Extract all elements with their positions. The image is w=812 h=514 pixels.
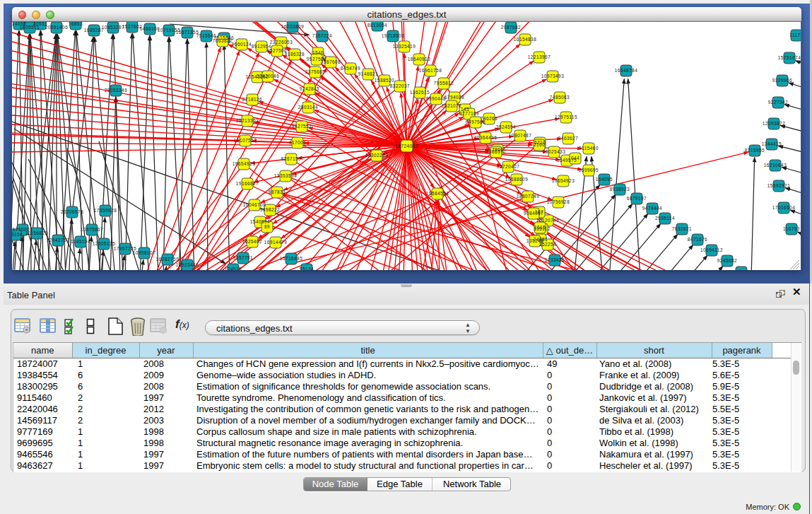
svg-text:8813054: 8813054 (367, 23, 387, 28)
svg-text:16210643: 16210643 (764, 163, 787, 168)
svg-text:3824554: 3824554 (496, 124, 516, 129)
svg-text:1145194: 1145194 (71, 239, 90, 244)
svg-text:23226053: 23226053 (270, 40, 293, 45)
svg-text:2935114: 2935114 (655, 216, 675, 221)
svg-text:7632621: 7632621 (672, 226, 692, 231)
svg-text:1540994: 1540994 (250, 219, 270, 224)
svg-text:10973493: 10973493 (541, 74, 564, 78)
svg-text:16914479: 16914479 (264, 240, 287, 245)
svg-text:124578: 124578 (225, 267, 242, 270)
svg-text:8427552: 8427552 (292, 124, 312, 129)
svg-text:16782759: 16782759 (156, 257, 179, 262)
svg-text:18640910: 18640910 (408, 57, 430, 62)
svg-text:2087682: 2087682 (501, 25, 521, 30)
svg-text:1621072: 1621072 (442, 103, 461, 108)
svg-text:12505135: 12505135 (93, 241, 115, 246)
svg-text:9084067: 9084067 (524, 211, 543, 216)
svg-text:16961758: 16961758 (419, 68, 442, 73)
svg-text:10654112: 10654112 (700, 247, 723, 252)
svg-text:10958107: 10958107 (133, 250, 155, 255)
svg-text:7955812: 7955812 (434, 81, 454, 86)
svg-text:7663822: 7663822 (213, 38, 233, 43)
svg-text:8938923: 8938923 (610, 187, 630, 192)
svg-text:12923446: 12923446 (176, 262, 199, 267)
svg-text:1733426: 1733426 (545, 257, 565, 262)
svg-text:6699695: 6699695 (579, 168, 599, 173)
svg-text:8186328: 8186328 (285, 52, 305, 57)
svg-text:16671355: 16671355 (176, 30, 199, 35)
svg-text:17016504: 17016504 (772, 205, 795, 210)
svg-text:10756928: 10756928 (547, 199, 570, 204)
svg-text:20364436: 20364436 (474, 135, 497, 140)
svg-text:18807249: 18807249 (517, 194, 539, 199)
svg-text:9777169: 9777169 (459, 111, 479, 116)
svg-text:6794028: 6794028 (445, 95, 464, 100)
svg-text:9660124: 9660124 (232, 42, 252, 47)
svg-text:16120746: 16120746 (536, 218, 559, 223)
svg-text:8454749: 8454749 (341, 66, 360, 71)
svg-text:16033809: 16033809 (281, 24, 304, 29)
svg-text:10807487: 10807487 (509, 133, 531, 138)
svg-text:7625402: 7625402 (242, 239, 262, 244)
svg-text:9498222: 9498222 (260, 207, 280, 212)
svg-text:13353594: 13353594 (274, 173, 297, 178)
svg-text:12093872: 12093872 (763, 121, 785, 126)
svg-text:887833: 887833 (269, 189, 286, 194)
svg-text:22420046: 22420046 (257, 74, 279, 78)
svg-text:8322037: 8322037 (390, 83, 410, 88)
svg-text:417006: 417006 (289, 140, 306, 145)
svg-text:18724007: 18724007 (395, 144, 418, 148)
svg-text:12213967: 12213967 (528, 54, 551, 59)
svg-text:19218506: 19218506 (382, 33, 404, 38)
svg-text:9227342: 9227342 (768, 100, 788, 105)
svg-text:3375685: 3375685 (305, 69, 325, 74)
svg-text:15720407: 15720407 (497, 164, 519, 169)
svg-text:12975115: 12975115 (555, 115, 577, 119)
svg-text:2718126: 2718126 (242, 97, 262, 102)
svg-text:95124: 95124 (300, 267, 314, 270)
svg-text:7986372: 7986372 (486, 149, 506, 154)
svg-text:9329966: 9329966 (772, 78, 792, 83)
svg-text:15302273: 15302273 (365, 153, 388, 158)
svg-text:1362615: 1362615 (410, 90, 430, 95)
svg-text:12942757: 12942757 (47, 238, 69, 243)
svg-text:19654923: 19654923 (552, 178, 575, 183)
svg-text:20691406: 20691406 (45, 25, 68, 30)
svg-text:9115460: 9115460 (579, 146, 599, 151)
svg-text:16107552: 16107552 (234, 138, 257, 143)
svg-text:16648784: 16648784 (615, 68, 637, 73)
svg-text:2160: 2160 (534, 142, 545, 147)
svg-text:2803144: 2803144 (298, 105, 318, 110)
svg-text:164095: 164095 (596, 177, 613, 182)
svg-text:15751074: 15751074 (778, 55, 801, 60)
svg-text:10688609: 10688609 (505, 177, 528, 182)
svg-text:9474444: 9474444 (642, 206, 662, 211)
svg-text:1244415: 1244415 (762, 141, 782, 146)
svg-text:8215955: 8215955 (745, 148, 765, 153)
svg-text:9657791: 9657791 (233, 255, 253, 260)
svg-text:2367608: 2367608 (321, 59, 341, 64)
svg-text:29053346: 29053346 (105, 88, 127, 93)
svg-text:9146821: 9146821 (358, 71, 378, 76)
svg-text:15716485: 15716485 (280, 256, 302, 261)
svg-text:19654923: 19654923 (233, 161, 255, 166)
svg-text:16853: 16853 (69, 22, 83, 26)
svg-text:116753: 116753 (783, 226, 800, 231)
svg-text:17359928: 17359928 (94, 208, 117, 213)
svg-text:11156829: 11156829 (25, 230, 47, 235)
svg-text:1615: 1615 (534, 225, 546, 230)
svg-text:8471676: 8471676 (688, 237, 707, 242)
svg-text:10975867: 10975867 (81, 227, 103, 232)
svg-text:11173: 11173 (789, 33, 801, 37)
svg-text:12213363: 12213363 (236, 118, 259, 123)
svg-text:1588520: 1588520 (375, 78, 394, 83)
svg-text:6879197: 6879197 (627, 196, 647, 201)
svg-text:8267150: 8267150 (281, 156, 301, 161)
svg-text:7485063: 7485063 (550, 95, 570, 100)
svg-text:924565: 924565 (733, 269, 750, 270)
svg-text:8990448: 8990448 (426, 96, 446, 101)
svg-text:1546: 1546 (312, 50, 324, 55)
svg-text:13325419: 13325419 (393, 44, 416, 49)
svg-text:9463627: 9463627 (558, 136, 578, 141)
svg-text:19166827: 19166827 (236, 181, 259, 186)
